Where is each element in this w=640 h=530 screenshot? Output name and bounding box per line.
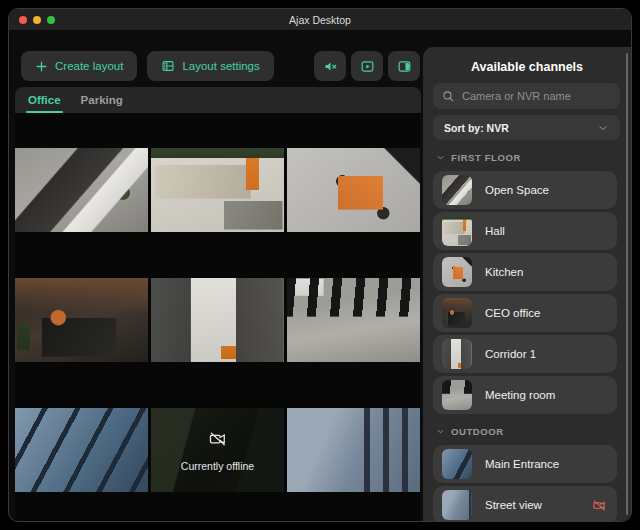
section-label: FIRST FLOOR bbox=[451, 152, 521, 163]
camera-tile-main-entrance[interactable] bbox=[15, 408, 148, 492]
speaker-muted-icon bbox=[323, 59, 338, 74]
channel-thumbnail bbox=[442, 175, 472, 205]
channel-thumbnail bbox=[442, 257, 472, 287]
tab-parking[interactable]: Parking bbox=[81, 87, 123, 113]
section-label: OUTDOOR bbox=[451, 426, 504, 437]
chevron-down-icon bbox=[597, 122, 609, 134]
section-header-outdoor[interactable]: OUTDOOR bbox=[436, 426, 631, 437]
window-title: Ajax Desktop bbox=[9, 14, 631, 26]
channel-item-open-space[interactable]: Open Space bbox=[433, 171, 617, 209]
layout-grid-icon bbox=[161, 59, 175, 73]
channel-item-ceo-office[interactable]: CEO office bbox=[433, 294, 617, 332]
chevron-down-icon bbox=[436, 153, 445, 162]
section-header-first-floor[interactable]: FIRST FLOOR bbox=[436, 152, 631, 163]
channel-label: Hall bbox=[485, 225, 505, 237]
side-panel-icon bbox=[397, 59, 412, 74]
channel-thumbnail bbox=[442, 380, 472, 410]
channel-thumbnail bbox=[442, 449, 472, 479]
mute-audio-button[interactable] bbox=[314, 51, 346, 81]
layout-settings-button[interactable]: Layout settings bbox=[147, 51, 273, 81]
channel-thumbnail bbox=[442, 339, 472, 369]
layout-tab-bar: Office Parking bbox=[15, 87, 421, 113]
camera-tile-hall[interactable] bbox=[151, 148, 284, 232]
playback-window-button[interactable] bbox=[351, 51, 383, 81]
camera-grid: Currently offline bbox=[15, 148, 420, 492]
channel-label: Corridor 1 bbox=[485, 348, 536, 360]
sort-by-value: Sort by: NVR bbox=[444, 122, 597, 134]
channel-thumbnail bbox=[442, 490, 472, 520]
camera-tile-meeting-room[interactable] bbox=[287, 278, 420, 362]
channel-label: Meeting room bbox=[485, 389, 555, 401]
channel-item-meeting-room[interactable]: Meeting room bbox=[433, 376, 617, 414]
camera-tile-offline[interactable]: Currently offline bbox=[151, 408, 284, 492]
create-layout-button[interactable]: Create layout bbox=[21, 51, 137, 81]
layout-settings-label: Layout settings bbox=[182, 60, 259, 72]
sidebar-scrollbar[interactable] bbox=[626, 53, 628, 515]
plus-icon bbox=[35, 60, 48, 73]
toolbar: Create layout Layout settings bbox=[21, 51, 420, 81]
camera-tile-kitchen[interactable] bbox=[287, 148, 420, 232]
close-window-button[interactable] bbox=[19, 16, 27, 24]
minimize-window-button[interactable] bbox=[33, 16, 41, 24]
available-channels-panel: Available channels Sort by: NVR FIRST FL… bbox=[423, 47, 631, 521]
play-window-icon bbox=[360, 59, 375, 74]
create-layout-label: Create layout bbox=[55, 60, 123, 72]
camera-grid-area: Currently offline bbox=[15, 113, 420, 521]
channel-item-street-view[interactable]: Street view bbox=[433, 486, 617, 521]
channel-label: Open Space bbox=[485, 184, 549, 196]
main-panel: Create layout Layout settings bbox=[15, 31, 421, 521]
offline-status-text: Currently offline bbox=[181, 460, 254, 472]
sidebar-title: Available channels bbox=[423, 60, 631, 74]
channel-label: Kitchen bbox=[485, 266, 523, 278]
channel-item-main-entrance[interactable]: Main Entrance bbox=[433, 445, 617, 483]
camera-off-icon bbox=[208, 429, 228, 453]
camera-search-field[interactable] bbox=[433, 83, 620, 109]
search-icon bbox=[442, 90, 455, 103]
offline-overlay: Currently offline bbox=[151, 408, 284, 492]
channel-item-corridor-1[interactable]: Corridor 1 bbox=[433, 335, 617, 373]
channel-label: Street view bbox=[485, 499, 542, 511]
channel-label: Main Entrance bbox=[485, 458, 559, 470]
camera-tile-street-view[interactable] bbox=[287, 408, 420, 492]
toggle-side-panel-button[interactable] bbox=[388, 51, 420, 81]
zoom-window-button[interactable] bbox=[47, 16, 55, 24]
camera-tile-corridor[interactable] bbox=[151, 278, 284, 362]
title-bar: Ajax Desktop bbox=[9, 9, 631, 31]
camera-tile-ceo-office[interactable] bbox=[15, 278, 148, 362]
tab-office[interactable]: Office bbox=[28, 87, 61, 113]
search-input[interactable] bbox=[462, 90, 611, 102]
channel-item-hall[interactable]: Hall bbox=[433, 212, 617, 250]
channel-item-kitchen[interactable]: Kitchen bbox=[433, 253, 617, 291]
channel-thumbnail bbox=[442, 298, 472, 328]
chevron-down-icon bbox=[436, 427, 445, 436]
channel-label: CEO office bbox=[485, 307, 540, 319]
app-window: Ajax Desktop Create layout Layout settin… bbox=[8, 8, 632, 522]
sort-by-dropdown[interactable]: Sort by: NVR bbox=[433, 115, 620, 140]
camera-tile-open-space[interactable] bbox=[15, 148, 148, 232]
camera-off-icon bbox=[592, 498, 607, 513]
channel-thumbnail bbox=[442, 216, 472, 246]
